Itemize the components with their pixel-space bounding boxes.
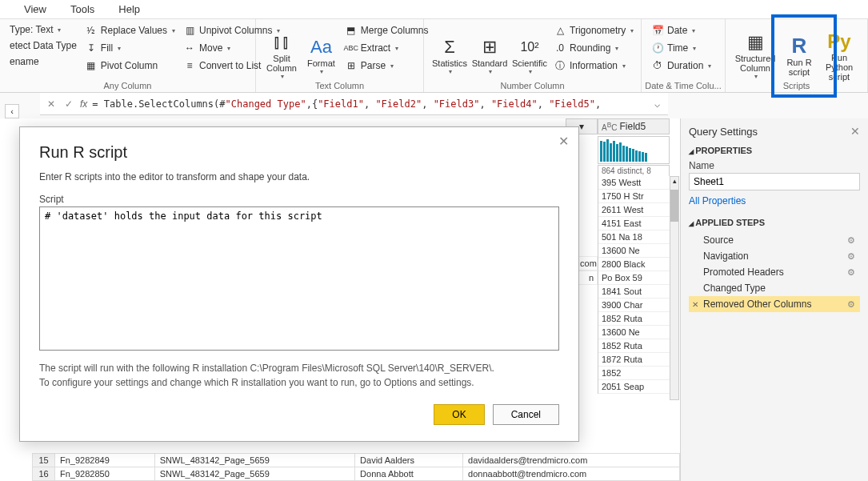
trigonometry-button[interactable]: △Trigonometry	[550, 22, 637, 38]
r-icon: R	[786, 35, 812, 58]
time-button[interactable]: 🕐Time	[648, 40, 714, 56]
data-cell[interactable]: 1852 Ruta	[598, 339, 670, 353]
data-cell[interactable]: 2051 Seap	[598, 380, 670, 394]
replace-values-button[interactable]: ¹⁄₂Replace Values	[82, 22, 178, 38]
table-row[interactable]: 15Fn_9282849SNWL_483142_Page_5659David A…	[33, 454, 680, 467]
close-settings-button[interactable]: ✕	[850, 125, 860, 138]
delete-step-icon[interactable]: ✕	[692, 300, 698, 309]
menu-tools[interactable]: Tools	[70, 3, 94, 15]
table-cell[interactable]: SNWL_483142_Page_5659	[154, 467, 354, 481]
detect-data-type-button[interactable]: etect Data Type	[6, 38, 80, 53]
fill-button[interactable]: ↧Fill	[82, 40, 178, 56]
data-cell[interactable]: 1841 Sout	[598, 285, 670, 299]
run-python-script-button[interactable]: PyRun Python script	[820, 22, 858, 89]
pivot-column-button[interactable]: ▦Pivot Column	[82, 58, 178, 74]
data-cell[interactable]: 1852 Ruta	[598, 312, 670, 326]
run-r-script-button[interactable]: RRun R script	[780, 22, 818, 89]
list-icon: ≡	[183, 59, 196, 72]
statistics-button[interactable]: ΣStatistics	[430, 22, 469, 89]
applied-steps-section[interactable]: APPLIED STEPS	[689, 218, 860, 227]
table-cell[interactable]: David Aalders	[355, 454, 463, 467]
data-cell[interactable]: 13600 Ne	[598, 244, 670, 258]
fx-icon[interactable]: fx	[80, 98, 87, 110]
dialog-close-button[interactable]: ✕	[558, 134, 569, 149]
rename-button[interactable]: ename	[6, 54, 80, 69]
cancel-button[interactable]: Cancel	[493, 404, 559, 425]
table-cell[interactable]: donnaabbott@trendmicro.com	[463, 467, 680, 481]
merge-icon: ⬒	[345, 24, 358, 37]
table-cell[interactable]: davidaalders@trendmicro.com	[463, 454, 680, 467]
table-row[interactable]: 16Fn_9282850SNWL_483142_Page_5659Donna A…	[33, 467, 680, 481]
applied-step[interactable]: Changed Type	[689, 280, 860, 296]
dialog-title: Run R script	[39, 143, 559, 162]
table-cell[interactable]: SNWL_483142_Page_5659	[154, 454, 354, 467]
applied-step[interactable]: Source⚙	[689, 232, 860, 248]
data-cell[interactable]: 501 Na 18	[598, 230, 670, 244]
nav-back-button[interactable]: ‹	[5, 104, 19, 118]
data-type-dropdown[interactable]: Type: Text	[6, 22, 80, 37]
data-cell[interactable]: 3900 Char	[598, 299, 670, 312]
standard-icon: ⊞	[477, 36, 502, 58]
merge-columns-button[interactable]: ⬒Merge Columns	[342, 22, 432, 38]
split-column-button[interactable]: ⫿⫿Split Column	[262, 22, 301, 89]
properties-section[interactable]: PROPERTIES	[689, 146, 860, 155]
calendar-icon: 📅	[651, 24, 664, 37]
applied-step[interactable]: Promoted Headers⚙	[689, 264, 860, 280]
table-cell[interactable]: Donna Abbott	[355, 467, 463, 481]
format-button[interactable]: AaFormat	[302, 22, 340, 89]
applied-step[interactable]: ✕Removed Other Columns⚙	[689, 296, 860, 312]
script-label: Script	[39, 194, 559, 205]
formula-input[interactable]: = Table.SelectColumns(#"Changed Type",{"…	[92, 98, 646, 110]
rounding-button[interactable]: .0Rounding	[550, 40, 637, 56]
scrollbar-thumb[interactable]	[670, 190, 678, 222]
all-properties-link[interactable]: All Properties	[689, 195, 746, 206]
duration-icon: ⏱	[651, 59, 664, 72]
formula-cancel-icon[interactable]: ✕	[45, 98, 58, 110]
extract-button[interactable]: ABCExtract	[342, 40, 432, 56]
data-cell[interactable]: 1852	[598, 367, 670, 380]
table-cell[interactable]: Fn_9282850	[55, 467, 155, 481]
applied-step[interactable]: Navigation⚙	[689, 248, 860, 264]
data-cell[interactable]: Po Box 59	[598, 271, 670, 285]
format-icon: Aa	[308, 36, 334, 58]
query-name-input[interactable]	[689, 173, 860, 190]
data-cell[interactable]: 2611 West	[598, 203, 670, 217]
parse-button[interactable]: ⊞Parse	[342, 58, 432, 74]
scientific-icon: 10²	[517, 36, 542, 58]
data-cell[interactable]: 1750 H Str	[598, 190, 670, 203]
data-cell[interactable]: 395 Westt	[598, 176, 670, 190]
table-cell[interactable]: 15	[33, 454, 55, 467]
step-settings-icon[interactable]: ⚙	[847, 299, 855, 310]
ok-button[interactable]: OK	[434, 404, 484, 425]
ribbon: Type: Text etect Data Type ename ¹⁄₂Repl…	[0, 19, 868, 93]
formula-commit-icon[interactable]: ✓	[62, 98, 75, 110]
step-settings-icon[interactable]: ⚙	[847, 235, 855, 246]
clock-icon: 🕐	[651, 42, 664, 54]
structured-column-button[interactable]: ▦Structured Column	[732, 22, 778, 89]
formula-expand-button[interactable]: ⌵	[651, 98, 663, 110]
data-cell[interactable]: 13600 Ne	[598, 326, 670, 339]
data-cell[interactable]: 2800 Black	[598, 258, 670, 271]
query-settings-pane: Query Settings ✕ PROPERTIES Name All Pro…	[680, 118, 868, 481]
information-button[interactable]: ⓘInformation	[550, 58, 637, 74]
column-header-field5[interactable]: ABC Field5	[598, 118, 670, 134]
menu-view[interactable]: View	[24, 3, 46, 15]
vertical-scrollbar[interactable]: ▴	[670, 176, 679, 400]
menu-help[interactable]: Help	[118, 3, 140, 15]
script-textarea[interactable]	[39, 206, 559, 351]
table-cell[interactable]: Fn_9282849	[55, 454, 155, 467]
scientific-button[interactable]: 10²Scientific	[510, 22, 549, 89]
step-settings-icon[interactable]: ⚙	[847, 251, 855, 262]
group-label-scripts: Scripts	[726, 81, 867, 90]
step-settings-icon[interactable]: ⚙	[847, 267, 855, 278]
data-cell[interactable]: 1872 Ruta	[598, 353, 670, 367]
scrollbar-up-icon[interactable]: ▴	[670, 177, 678, 185]
date-button[interactable]: 📅Date	[648, 22, 714, 38]
table-cell[interactable]: 16	[33, 467, 55, 481]
sigma-icon: Σ	[437, 36, 462, 58]
standard-button[interactable]: ⊞Standard	[470, 22, 509, 89]
duration-button[interactable]: ⏱Duration	[648, 58, 714, 74]
parse-icon: ⊞	[345, 59, 358, 72]
data-cell[interactable]: 4151 East	[598, 217, 670, 230]
run-r-script-dialog: ✕ Run R script Enter R scripts into the …	[19, 126, 579, 442]
